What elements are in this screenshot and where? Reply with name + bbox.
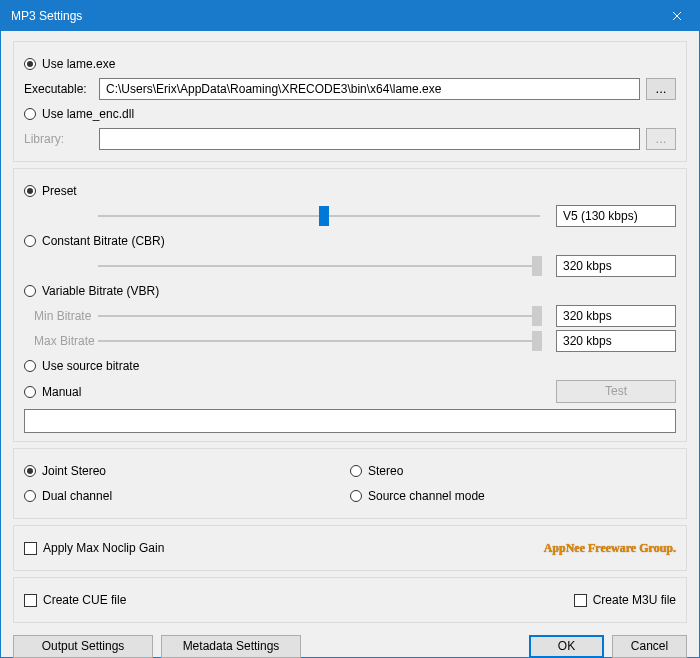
cbr-value[interactable]: 320 kbps (556, 255, 676, 277)
vbr-max-slider[interactable] (92, 330, 546, 352)
apply-noclip-checkbox[interactable]: Apply Max Noclip Gain (24, 541, 164, 555)
use-source-bitrate-label: Use source bitrate (42, 359, 139, 373)
create-cue-checkbox[interactable]: Create CUE file (24, 593, 126, 607)
joint-stereo-radio[interactable]: Joint Stereo (24, 464, 106, 478)
executable-input[interactable] (99, 78, 640, 100)
preset-radio[interactable]: Preset (24, 184, 77, 198)
channel-group: Joint Stereo Dual channel St (13, 448, 687, 519)
create-m3u-label: Create M3U file (593, 593, 676, 607)
use-lame-dll-radio[interactable]: Use lame_enc.dll (24, 107, 134, 121)
cbr-slider[interactable] (92, 255, 546, 277)
radio-icon (24, 235, 36, 247)
radio-icon (350, 490, 362, 502)
radio-icon (24, 490, 36, 502)
cbr-label: Constant Bitrate (CBR) (42, 234, 165, 248)
metadata-settings-button[interactable]: Metadata Settings (161, 635, 301, 658)
button-bar: Output Settings Metadata Settings OK Can… (13, 635, 687, 658)
test-button: Test (556, 380, 676, 403)
executable-browse-button[interactable]: ... (646, 78, 676, 100)
radio-icon (24, 185, 36, 197)
radio-icon (24, 58, 36, 70)
slider-thumb[interactable] (532, 256, 542, 276)
preset-value[interactable]: V5 (130 kbps) (556, 205, 676, 227)
vbr-min-value[interactable]: 320 kbps (556, 305, 676, 327)
joint-stereo-label: Joint Stereo (42, 464, 106, 478)
close-button[interactable] (654, 1, 699, 31)
slider-track (98, 340, 540, 342)
vbr-label: Variable Bitrate (VBR) (42, 284, 159, 298)
stereo-label: Stereo (368, 464, 403, 478)
library-input[interactable] (99, 128, 640, 150)
preset-label: Preset (42, 184, 77, 198)
manual-input[interactable] (24, 409, 676, 433)
source-channel-mode-label: Source channel mode (368, 489, 485, 503)
mp3-settings-window: MP3 Settings Use lame.exe Executable: ..… (0, 0, 700, 658)
create-cue-label: Create CUE file (43, 593, 126, 607)
client-area: Use lame.exe Executable: ... Use lame_en… (1, 31, 699, 658)
window-title: MP3 Settings (11, 9, 654, 23)
dual-channel-radio[interactable]: Dual channel (24, 489, 112, 503)
bitrate-group: Preset V5 (130 kbps) Constant Bitrate (C… (13, 168, 687, 442)
use-source-bitrate-radio[interactable]: Use source bitrate (24, 359, 139, 373)
preset-slider[interactable] (92, 205, 546, 227)
vbr-radio[interactable]: Variable Bitrate (VBR) (24, 284, 159, 298)
radio-icon (24, 386, 36, 398)
apply-noclip-label: Apply Max Noclip Gain (43, 541, 164, 555)
executable-label: Executable: (24, 82, 99, 96)
close-icon (672, 11, 682, 21)
titlebar: MP3 Settings (1, 1, 699, 31)
use-lame-exe-radio[interactable]: Use lame.exe (24, 57, 115, 71)
checkbox-icon (574, 594, 587, 607)
slider-thumb[interactable] (319, 206, 329, 226)
ok-button[interactable]: OK (529, 635, 604, 658)
radio-icon (24, 360, 36, 372)
manual-label: Manual (42, 385, 81, 399)
source-channel-mode-radio[interactable]: Source channel mode (350, 489, 485, 503)
cancel-button[interactable]: Cancel (612, 635, 687, 658)
output-settings-button[interactable]: Output Settings (13, 635, 153, 658)
file-group: Create CUE file Create M3U file (13, 577, 687, 623)
slider-track (98, 265, 540, 267)
radio-icon (24, 108, 36, 120)
stereo-radio[interactable]: Stereo (350, 464, 403, 478)
library-browse-button: ... (646, 128, 676, 150)
use-lame-dll-label: Use lame_enc.dll (42, 107, 134, 121)
slider-thumb[interactable] (532, 331, 542, 351)
vbr-min-slider[interactable] (92, 305, 546, 327)
create-m3u-checkbox[interactable]: Create M3U file (574, 593, 676, 607)
slider-track (98, 315, 540, 317)
checkbox-icon (24, 594, 37, 607)
manual-radio[interactable]: Manual (24, 385, 81, 399)
checkbox-icon (24, 542, 37, 555)
cbr-radio[interactable]: Constant Bitrate (CBR) (24, 234, 165, 248)
library-label: Library: (24, 132, 99, 146)
watermark-text: AppNee Freeware Group. (544, 541, 676, 556)
radio-icon (350, 465, 362, 477)
use-lame-exe-label: Use lame.exe (42, 57, 115, 71)
radio-icon (24, 465, 36, 477)
encoder-group: Use lame.exe Executable: ... Use lame_en… (13, 41, 687, 162)
dual-channel-label: Dual channel (42, 489, 112, 503)
gain-group: Apply Max Noclip Gain AppNee Freeware Gr… (13, 525, 687, 571)
slider-thumb[interactable] (532, 306, 542, 326)
radio-icon (24, 285, 36, 297)
vbr-max-value[interactable]: 320 kbps (556, 330, 676, 352)
